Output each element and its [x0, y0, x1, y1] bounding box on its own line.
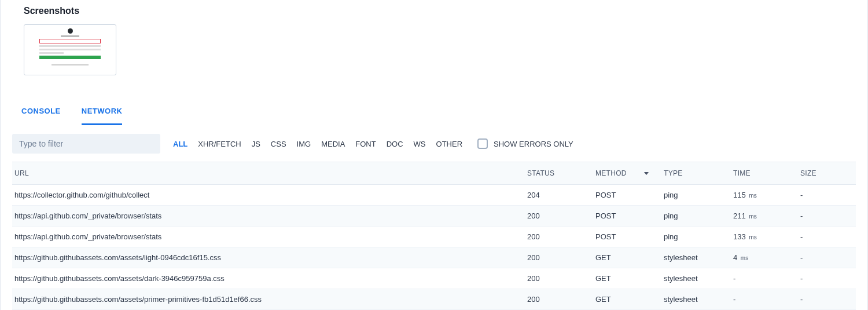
cell-time: 4 ms: [727, 247, 795, 268]
cell-size: -: [795, 247, 856, 268]
thumb-primary-button: [39, 56, 101, 59]
cell-time: -: [727, 289, 795, 310]
col-header-time[interactable]: TIME: [727, 162, 795, 185]
col-header-type[interactable]: TYPE: [658, 162, 727, 185]
cell-method: GET: [590, 289, 658, 310]
cell-url: https://github.githubassets.com/assets/p…: [12, 289, 521, 310]
cell-status: 200: [521, 247, 590, 268]
table-row[interactable]: https://github.githubassets.com/assets/l…: [12, 247, 856, 268]
cell-time: 133 ms: [727, 227, 795, 247]
screenshot-thumbnail[interactable]: [24, 24, 116, 75]
thumb-footer-line: [52, 64, 89, 65]
cell-type: stylesheet: [658, 289, 727, 310]
chip-media[interactable]: MEDIA: [321, 140, 345, 148]
checkbox-icon: [477, 138, 488, 149]
cell-url: https://collector.github.com/github/coll…: [12, 185, 521, 206]
time-unit: ms: [749, 234, 756, 240]
col-header-url[interactable]: URL: [12, 162, 521, 185]
table-row[interactable]: https://github.githubassets.com/assets/d…: [12, 268, 856, 289]
cell-type: ping: [658, 185, 727, 206]
chip-ws[interactable]: WS: [414, 140, 426, 148]
cell-method: POST: [590, 206, 658, 227]
show-errors-only-toggle[interactable]: SHOW ERRORS ONLY: [477, 138, 573, 149]
cell-url: https://github.githubassets.com/assets/l…: [12, 247, 521, 268]
chip-other[interactable]: OTHER: [436, 140, 463, 148]
cell-type: ping: [658, 227, 727, 247]
cell-status: 204: [521, 185, 590, 206]
tab-console[interactable]: CONSOLE: [21, 99, 61, 125]
time-unit: ms: [741, 255, 748, 261]
time-unit: ms: [749, 192, 756, 199]
chip-img[interactable]: IMG: [297, 140, 311, 148]
cell-status: 200: [521, 268, 590, 289]
cell-type: ping: [658, 206, 727, 227]
resource-type-filters: ALL XHR/FETCH JS CSS IMG MEDIA FONT DOC …: [173, 140, 462, 148]
chip-js[interactable]: JS: [252, 140, 260, 148]
cell-url: https://github.githubassets.com/assets/d…: [12, 268, 521, 289]
cell-method: POST: [590, 227, 658, 247]
cell-size: -: [795, 185, 856, 206]
chip-doc[interactable]: DOC: [387, 140, 403, 148]
cell-method: GET: [590, 268, 658, 289]
table-row[interactable]: https://api.github.com/_private/browser/…: [12, 227, 856, 247]
cell-status: 200: [521, 206, 590, 227]
cell-url: https://api.github.com/_private/browser/…: [12, 206, 521, 227]
cell-time: 211 ms: [727, 206, 795, 227]
thumb-line: [39, 45, 101, 47]
network-table: URL STATUS METHOD TYPE TIME SIZE https:/…: [12, 162, 856, 310]
col-header-size[interactable]: SIZE: [795, 162, 856, 185]
time-unit: ms: [749, 213, 756, 220]
show-errors-only-label: SHOW ERRORS ONLY: [494, 140, 573, 148]
filter-input[interactable]: [12, 134, 160, 154]
cell-size: -: [795, 206, 856, 227]
chip-font[interactable]: FONT: [355, 140, 376, 148]
table-row[interactable]: https://collector.github.com/github/coll…: [12, 185, 856, 206]
cell-time: -: [727, 268, 795, 289]
table-row[interactable]: https://api.github.com/_private/browser/…: [12, 206, 856, 227]
cell-method: POST: [590, 185, 658, 206]
cell-status: 200: [521, 227, 590, 247]
cell-time: 115 ms: [727, 185, 795, 206]
github-mark-icon: [68, 28, 73, 34]
cell-size: -: [795, 268, 856, 289]
cell-type: stylesheet: [658, 247, 727, 268]
devtools-tabs: CONSOLE NETWORK: [12, 99, 856, 126]
thumb-line: [39, 52, 64, 54]
cell-method: GET: [590, 247, 658, 268]
col-header-method-label: METHOD: [595, 169, 627, 177]
cell-size: -: [795, 227, 856, 247]
thumb-line: [39, 49, 101, 50]
cell-status: 200: [521, 289, 590, 310]
tab-network[interactable]: NETWORK: [82, 99, 123, 125]
chip-all[interactable]: ALL: [173, 140, 187, 148]
devtools-panel: Screenshots CONSOLE NETWORK ALL XHR/FETC…: [0, 0, 868, 310]
sort-desc-icon: [644, 172, 649, 175]
thumb-error-field: [39, 39, 101, 43]
network-toolbar: ALL XHR/FETCH JS CSS IMG MEDIA FONT DOC …: [12, 126, 856, 162]
col-header-status[interactable]: STATUS: [521, 162, 590, 185]
table-header-row: URL STATUS METHOD TYPE TIME SIZE: [12, 162, 856, 185]
table-row[interactable]: https://github.githubassets.com/assets/p…: [12, 289, 856, 310]
section-title: Screenshots: [12, 0, 856, 24]
chip-css[interactable]: CSS: [271, 140, 286, 148]
col-header-method[interactable]: METHOD: [590, 162, 658, 185]
cell-type: stylesheet: [658, 268, 727, 289]
screenshots-strip: [12, 24, 856, 99]
thumb-heading-line: [61, 35, 79, 37]
chip-xhr-fetch[interactable]: XHR/FETCH: [198, 140, 241, 148]
cell-url: https://api.github.com/_private/browser/…: [12, 227, 521, 247]
cell-size: -: [795, 289, 856, 310]
